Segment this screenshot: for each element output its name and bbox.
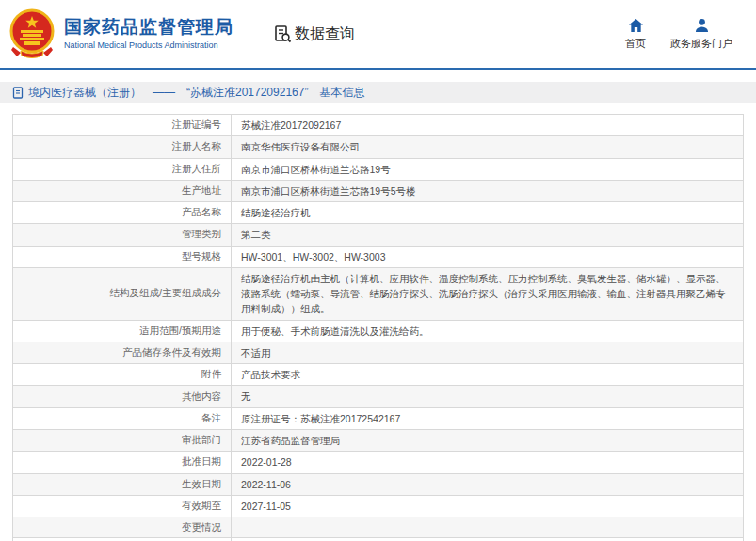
- row-value: 2022-01-28: [232, 452, 744, 473]
- table-row: 批准日期2022-01-28: [13, 452, 744, 473]
- row-value: 2027-11-05: [232, 495, 744, 517]
- row-value: 南京华伟医疗设备有限公司: [232, 136, 744, 158]
- row-label: 结构及组成/主要组成成分: [13, 267, 232, 320]
- row-value: 结肠途径治疗机: [232, 202, 744, 224]
- row-value: 详情: [232, 538, 744, 541]
- nav-gov-portal-label: 政务服务门户: [670, 37, 732, 51]
- brand-title: 国家药品监督管理局: [64, 17, 233, 38]
- nav-item-home[interactable]: 首页: [625, 18, 646, 51]
- document-icon: [12, 87, 24, 99]
- row-label: 产品名称: [13, 202, 232, 224]
- table-row: 管理类别第二类: [13, 224, 744, 246]
- table-row: 变更情况: [13, 517, 744, 538]
- data-query-label: 数据查询: [295, 24, 355, 44]
- row-label: 注册人名称: [13, 136, 232, 158]
- row-label: 审批部门: [13, 429, 232, 451]
- table-row: 其他内容无: [13, 386, 744, 407]
- row-label: 备注: [13, 407, 232, 429]
- user-icon: [694, 18, 710, 33]
- row-label: 注册人住所: [13, 158, 232, 180]
- registration-info-section: 注册证编号苏械注准20172092167注册人名称南京华伟医疗设备有限公司注册人…: [12, 114, 744, 541]
- row-value: HW-3001、HW-3002、HW-3003: [232, 246, 744, 267]
- row-value: 第二类: [232, 224, 744, 246]
- nav-item-gov-portal[interactable]: 政务服务门户: [670, 18, 732, 51]
- row-value: 用于便秘、手术前肠道清洗以及灌洗给药。: [232, 320, 744, 342]
- row-label: 批准日期: [13, 452, 232, 473]
- nav-home-label: 首页: [625, 37, 646, 51]
- national-emblem-icon: [8, 8, 56, 60]
- row-label: 有效期至: [13, 495, 232, 517]
- brand: 国家药品监督管理局 National Medical Products Admi…: [64, 17, 233, 50]
- info-table-body: 注册证编号苏械注准20172092167注册人名称南京华伟医疗设备有限公司注册人…: [13, 115, 744, 541]
- table-row: 审批部门江苏省药品监督管理局: [13, 429, 744, 451]
- table-row: 型号规格HW-3001、HW-3002、HW-3003: [13, 246, 744, 267]
- row-label: 产品储存条件及有效期: [13, 342, 232, 363]
- table-row: 备注原注册证号：苏械注准20172542167: [13, 407, 744, 429]
- table-row: 产品储存条件及有效期不适用: [13, 342, 744, 363]
- row-value: 南京市浦口区桥林街道兰芯路19号5号楼: [232, 180, 744, 201]
- row-value: 无: [232, 386, 744, 407]
- table-row: 生效日期2022-11-06: [13, 473, 744, 495]
- row-label: 变更情况: [13, 517, 232, 538]
- table-row: 注册证编号苏械注准20172092167: [13, 115, 744, 136]
- row-value: 2022-11-06: [232, 473, 744, 495]
- table-row: 适用范围/预期用途用于便秘、手术前肠道清洗以及灌洗给药。: [13, 320, 744, 342]
- table-row: 结构及组成/主要组成成分结肠途径治疗机由主机（计算机、应用软件、温度控制系统、压…: [13, 267, 744, 320]
- document-search-icon: [273, 24, 292, 43]
- row-label: 生效日期: [13, 473, 232, 495]
- row-label: 适用范围/预期用途: [13, 320, 232, 342]
- row-value: 苏械注准20172092167: [232, 115, 744, 136]
- breadcrumb: 境内医疗器械（注册） —— “苏械注准20172092167” 基本信息: [0, 82, 756, 103]
- row-label: 型号规格: [13, 246, 232, 267]
- row-label: 注: [13, 538, 232, 541]
- home-icon: [628, 18, 644, 33]
- row-value: 产品技术要求: [232, 364, 744, 386]
- row-label: 附件: [13, 364, 232, 386]
- table-row: 有效期至2027-11-05: [13, 495, 744, 517]
- row-label: 注册证编号: [13, 115, 232, 136]
- row-value: [232, 517, 744, 538]
- row-value: 结肠途径治疗机由主机（计算机、应用软件、温度控制系统、压力控制系统、臭氧发生器、…: [232, 267, 744, 320]
- header: 国家药品监督管理局 National Medical Products Admi…: [0, 0, 756, 70]
- row-label: 管理类别: [13, 224, 232, 246]
- row-value: 原注册证号：苏械注准20172542167: [232, 407, 744, 429]
- row-value: 江苏省药品监督管理局: [232, 429, 744, 451]
- row-value: 南京市浦口区桥林街道兰芯路19号: [232, 158, 744, 180]
- breadcrumb-text: 境内医疗器械（注册） —— “苏械注准20172092167” 基本信息: [28, 85, 364, 101]
- data-query-tab[interactable]: 数据查询: [273, 24, 355, 44]
- row-label: 其他内容: [13, 386, 232, 407]
- row-label: 生产地址: [13, 180, 232, 201]
- brand-subtitle: National Medical Products Administration: [64, 40, 233, 50]
- row-value: 不适用: [232, 342, 744, 363]
- table-row: 生产地址南京市浦口区桥林街道兰芯路19号5号楼: [13, 180, 744, 201]
- table-row: 产品名称结肠途径治疗机: [13, 202, 744, 224]
- table-row: 附件产品技术要求: [13, 364, 744, 386]
- table-row: 注册人名称南京华伟医疗设备有限公司: [13, 136, 744, 158]
- table-row: 注册人住所南京市浦口区桥林街道兰芯路19号: [13, 158, 744, 180]
- info-table: 注册证编号苏械注准20172092167注册人名称南京华伟医疗设备有限公司注册人…: [12, 114, 744, 541]
- table-row: 注详情: [13, 538, 744, 541]
